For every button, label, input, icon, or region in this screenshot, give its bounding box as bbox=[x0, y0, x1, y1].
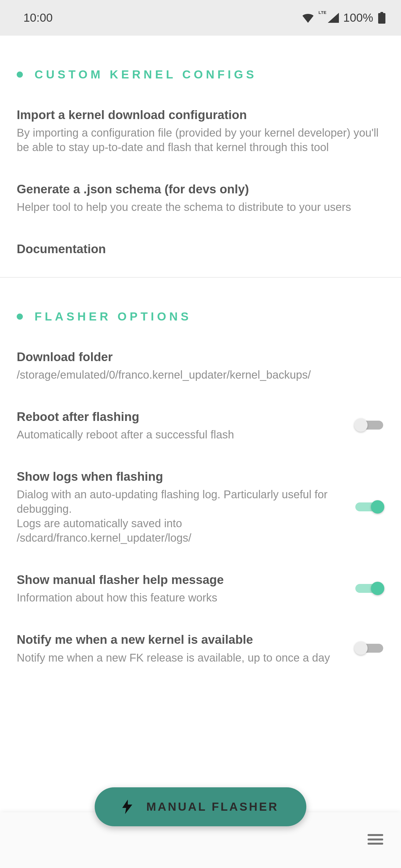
fab-label: MANUAL FLASHER bbox=[146, 800, 279, 813]
wifi-icon bbox=[302, 13, 314, 23]
item-title: Show manual flasher help message bbox=[17, 572, 344, 588]
item-title: Notify me when a new kernel is available bbox=[17, 631, 344, 647]
item-title: Show logs when flashing bbox=[17, 468, 344, 484]
toggle-help-message[interactable] bbox=[355, 580, 386, 597]
section-title: FLASHER OPTIONS bbox=[34, 310, 192, 323]
section-header-custom-kernel: CUSTOM KERNEL CONFIGS bbox=[0, 36, 401, 93]
status-bar: 10:00 LTE 100% bbox=[0, 0, 401, 36]
cellular-icon bbox=[328, 13, 339, 23]
toggle-reboot[interactable] bbox=[355, 417, 386, 433]
item-documentation[interactable]: Documentation bbox=[0, 227, 401, 270]
item-generate-schema[interactable]: Generate a .json schema (for devs only) … bbox=[0, 168, 401, 227]
svg-rect-0 bbox=[378, 13, 385, 24]
item-subtitle: By importing a configuration file (provi… bbox=[17, 125, 384, 154]
item-title: Generate a .json schema (for devs only) bbox=[17, 181, 384, 197]
toggle-show-logs[interactable] bbox=[355, 499, 386, 515]
lte-label: LTE bbox=[319, 10, 327, 14]
manual-flasher-button[interactable]: MANUAL FLASHER bbox=[95, 787, 306, 826]
item-import-config[interactable]: Import a kernel download configuration B… bbox=[0, 93, 401, 168]
battery-icon bbox=[378, 12, 385, 24]
toggle-notify[interactable] bbox=[355, 640, 386, 657]
item-subtitle: Information about how this feature works bbox=[17, 590, 344, 605]
item-subtitle: Helper tool to help you create the schem… bbox=[17, 200, 384, 214]
item-title: Reboot after flashing bbox=[17, 409, 344, 425]
item-title: Download folder bbox=[17, 349, 384, 365]
item-subtitle: Dialog with an auto-updating flashing lo… bbox=[17, 487, 344, 545]
menu-icon[interactable] bbox=[368, 834, 383, 845]
item-download-folder[interactable]: Download folder /storage/emulated/0/fran… bbox=[0, 336, 401, 395]
item-help-message[interactable]: Show manual flasher help message Informa… bbox=[0, 558, 401, 618]
item-title: Documentation bbox=[17, 241, 384, 257]
section-bullet-icon bbox=[17, 313, 23, 320]
item-notify-new-kernel[interactable]: Notify me when a new kernel is available… bbox=[0, 618, 401, 678]
content: CUSTOM KERNEL CONFIGS Import a kernel do… bbox=[0, 36, 401, 678]
item-subtitle: /storage/emulated/0/franco.kernel_update… bbox=[17, 368, 384, 382]
status-time: 10:00 bbox=[23, 11, 53, 25]
svg-rect-1 bbox=[380, 12, 383, 13]
item-subtitle: Notify me when a new FK release is avail… bbox=[17, 650, 344, 665]
item-reboot-after-flashing[interactable]: Reboot after flashing Automatically rebo… bbox=[0, 395, 401, 455]
battery-percent: 100% bbox=[343, 11, 373, 25]
flash-icon bbox=[122, 800, 132, 814]
item-title: Import a kernel download configuration bbox=[17, 107, 384, 123]
status-indicators: LTE 100% bbox=[302, 11, 385, 25]
section-header-flasher-options: FLASHER OPTIONS bbox=[0, 278, 401, 336]
section-bullet-icon bbox=[17, 71, 23, 78]
section-title: CUSTOM KERNEL CONFIGS bbox=[34, 68, 257, 81]
item-show-logs[interactable]: Show logs when flashing Dialog with an a… bbox=[0, 455, 401, 558]
item-subtitle: Automatically reboot after a successful … bbox=[17, 427, 344, 442]
